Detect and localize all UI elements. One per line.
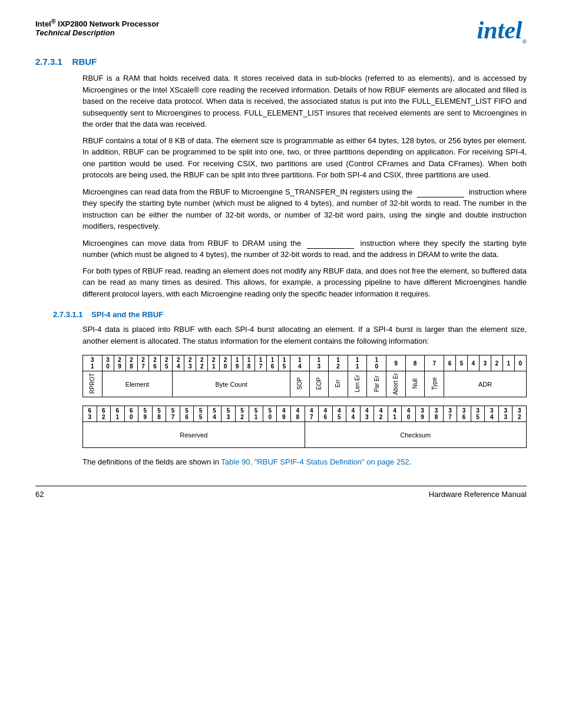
doc-subtitle: Technical Description bbox=[35, 28, 159, 37]
header-text: Intel® IXP2800 Network Processor Technic… bbox=[35, 18, 159, 37]
instruction-blank-1 bbox=[417, 186, 464, 198]
subsection-title: 2.7.3.1.1 SPI-4 and the RBUF bbox=[35, 310, 527, 319]
paragraph-2: RBUF contains a total of 8 KB of data. T… bbox=[82, 135, 527, 181]
page-footer: 62 Hardware Reference Manual bbox=[35, 486, 527, 499]
definition-para: The definitions of the fields are shown … bbox=[35, 456, 527, 468]
field-par-er: Par Er bbox=[367, 371, 386, 397]
page-header: Intel® IXP2800 Network Processor Technic… bbox=[35, 18, 527, 45]
field-type: Type bbox=[425, 371, 444, 397]
reg-table-upper: 31 30 29 28 27 26 25 24 23 22 21 20 19 1… bbox=[82, 355, 527, 397]
intel-logo: intel® bbox=[477, 18, 527, 45]
paragraph-1: RBUF is a RAM that holds received data. … bbox=[82, 73, 527, 130]
field-len-er: Len Er bbox=[348, 371, 367, 397]
page-number: 62 bbox=[35, 490, 44, 499]
paragraph-3: Microengines can read data from the RBUF… bbox=[82, 186, 527, 232]
section-title: 2.7.3.1 RBUF bbox=[35, 57, 527, 67]
subsection-content: SPI-4 data is placed into RBUF with each… bbox=[35, 324, 527, 347]
bit-numbers-row-2: 63 62 61 60 59 58 57 56 55 54 53 52 51 5… bbox=[83, 406, 527, 422]
field-byte-count: Byte Count bbox=[173, 371, 290, 397]
field-eop: EOP bbox=[309, 371, 329, 397]
field-adr: ADR bbox=[444, 371, 527, 397]
footer-title: Hardware Reference Manual bbox=[429, 490, 527, 499]
fields-row: RPROT Element Byte Count SOP EOP Err bbox=[83, 371, 527, 397]
field-reserved: Reserved bbox=[83, 422, 305, 448]
section-content: RBUF is a RAM that holds received data. … bbox=[35, 73, 527, 299]
field-rprot: RPROT bbox=[83, 371, 103, 397]
register-table-1: 31 30 29 28 27 26 25 24 23 22 21 20 19 1… bbox=[35, 355, 527, 397]
reg-table-lower: 63 62 61 60 59 58 57 56 55 54 53 52 51 5… bbox=[82, 406, 527, 448]
field-checksum: Checksum bbox=[305, 422, 527, 448]
fields-row-2: Reserved Checksum bbox=[83, 422, 527, 448]
bit-numbers-row: 31 30 29 28 27 26 25 24 23 22 21 20 19 1… bbox=[83, 355, 527, 371]
doc-title: Intel® IXP2800 Network Processor bbox=[35, 18, 159, 28]
field-sop: SOP bbox=[290, 371, 309, 397]
field-abort-er: Abort Er bbox=[386, 371, 406, 397]
paragraph-5: For both types of RBUF read, reading an … bbox=[82, 265, 527, 300]
field-err: Err bbox=[329, 371, 348, 397]
table-link[interactable]: Table 90, "RBUF SPIF-4 Status Definition… bbox=[221, 457, 409, 466]
register-table-2: 63 62 61 60 59 58 57 56 55 54 53 52 51 5… bbox=[35, 406, 527, 448]
field-null: Null bbox=[405, 371, 425, 397]
paragraph-6: SPI-4 data is placed into RBUF with each… bbox=[82, 324, 527, 347]
paragraph-7: The definitions of the fields are shown … bbox=[82, 456, 527, 468]
instruction-blank-2 bbox=[307, 237, 354, 249]
field-element: Element bbox=[102, 371, 173, 397]
paragraph-4: Microengines can move data from RBUF to … bbox=[82, 237, 527, 261]
